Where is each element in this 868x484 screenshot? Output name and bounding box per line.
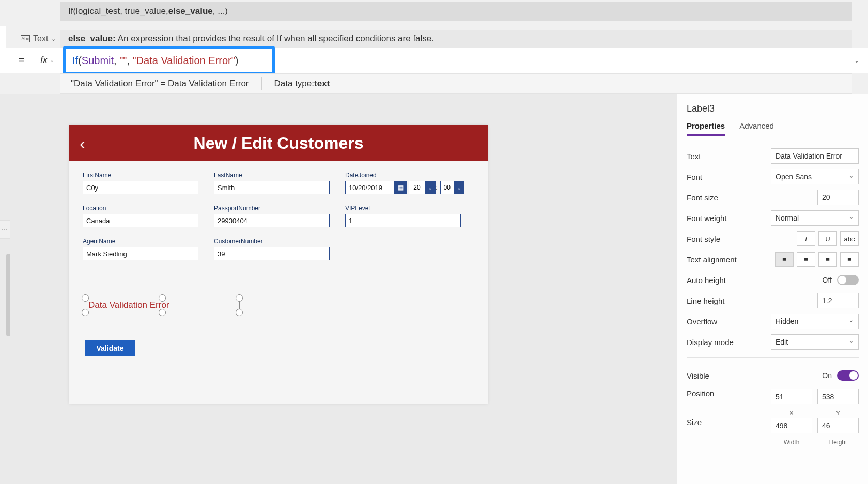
italic-button[interactable]: I — [797, 231, 815, 246]
prop-display-mode-select[interactable] — [771, 334, 859, 350]
size-label-width: Width — [771, 439, 812, 446]
field-label: PassportNumber — [214, 205, 330, 212]
chevron-down-icon: ⌄ — [50, 57, 54, 64]
resize-handle[interactable] — [82, 294, 89, 302]
datejoined-hour[interactable]: 20 — [409, 181, 425, 194]
prop-overflow-select[interactable] — [771, 314, 859, 329]
formula-keyword: If — [72, 55, 78, 66]
property-selector-label: Text — [33, 34, 48, 43]
agent-input[interactable] — [83, 247, 198, 260]
function-description-bar: else_value: An expression that provides … — [60, 30, 853, 48]
position-x-input[interactable] — [771, 389, 812, 404]
field-passport: PassportNumber — [214, 205, 330, 227]
field-label: AgentName — [83, 238, 198, 245]
tab-properties[interactable]: Properties — [687, 121, 725, 136]
prop-size: Size Width Height — [687, 415, 859, 444]
align-right-button[interactable]: ≡ — [818, 252, 837, 267]
left-dock-handle[interactable]: ⋯ — [0, 220, 10, 239]
app-header: ‹ New / Edit Customers — [69, 125, 488, 161]
fn-sig-suffix: , ...) — [213, 6, 228, 17]
lastname-input[interactable] — [214, 181, 330, 194]
prop-label: Text — [687, 152, 701, 161]
prop-label: Text alignment — [687, 255, 737, 264]
screen-title: New / Edit Customers — [69, 134, 488, 153]
prop-label: Position — [687, 389, 714, 398]
validation-error-label[interactable]: Data Validation Error — [85, 298, 240, 313]
axis-label-x: X — [771, 410, 812, 417]
prop-font-select[interactable] — [771, 169, 859, 184]
resize-handle[interactable] — [236, 309, 243, 316]
prop-font-size-input[interactable] — [817, 190, 859, 205]
strikethrough-button[interactable]: abc — [840, 231, 859, 246]
field-label: VIPLevel — [345, 205, 461, 212]
window-edge — [0, 26, 6, 50]
resize-handle[interactable] — [159, 309, 166, 316]
resize-handle[interactable] — [159, 294, 166, 302]
align-justify-button[interactable]: ≡ — [840, 252, 859, 267]
resize-handle[interactable] — [236, 294, 243, 302]
chevron-down-icon[interactable]: ⌄ — [425, 181, 435, 194]
formula-expand-button[interactable]: ⌄ — [845, 48, 868, 73]
field-datejoined: DateJoined ▦ 20 ⌄ : 00 ⌄ — [345, 171, 464, 194]
datejoined-date-input[interactable] — [345, 181, 395, 194]
scrollbar-thumb[interactable] — [6, 254, 10, 336]
prop-text-input[interactable] — [771, 148, 859, 164]
auto-height-toggle[interactable] — [837, 275, 859, 285]
fx-button[interactable]: fx⌄ — [32, 48, 63, 73]
app-canvas[interactable]: ‹ New / Edit Customers FirstName LastNam… — [69, 125, 488, 404]
field-agent: AgentName — [83, 238, 198, 260]
position-y-input[interactable] — [817, 389, 859, 404]
underline-button[interactable]: U — [818, 231, 837, 246]
divider — [261, 77, 262, 90]
time-separator: : — [436, 181, 438, 194]
back-icon[interactable]: ‹ — [80, 133, 85, 153]
calendar-icon[interactable]: ▦ — [395, 181, 407, 194]
prop-display-mode: Display mode — [687, 332, 859, 352]
prop-auto-height: Auto height Off — [687, 270, 859, 290]
formula-text[interactable]: If(Submit, "", "Data Validation Error") — [63, 54, 239, 67]
toggle-state-label: Off — [823, 276, 832, 284]
function-signature-bar: If(logical_test, true_value, else_value … — [60, 2, 853, 21]
chevron-down-icon[interactable]: ⌄ — [454, 181, 464, 194]
customernumber-input[interactable] — [214, 247, 330, 260]
formula-result-value: "Data Validation Error" = Data Validatio… — [71, 79, 249, 89]
fn-desc-text: An expression that provides the result o… — [118, 34, 434, 44]
validation-error-text: Data Validation Error — [88, 300, 169, 310]
data-type-label: Data type: — [274, 79, 315, 89]
formula-string: "Data Validation Error" — [133, 55, 235, 66]
equals-indicator: = — [11, 48, 32, 73]
visible-toggle[interactable] — [837, 370, 859, 381]
data-type-value: text — [314, 79, 330, 89]
workspace: › ⋯ ‹ New / Edit Customers FirstName Las… — [0, 94, 868, 484]
divider — [687, 357, 859, 358]
size-width-input[interactable] — [771, 418, 812, 433]
property-selector[interactable]: Abc Text ⌄ — [17, 30, 60, 48]
align-left-button[interactable]: ≡ — [775, 252, 794, 267]
properties-panel: Label3 Properties Advanced Text Font Fon… — [677, 94, 868, 484]
size-height-input[interactable] — [817, 418, 859, 433]
validate-button[interactable]: Validate — [85, 340, 135, 356]
prop-overflow: Overflow — [687, 311, 859, 332]
prop-line-height-input[interactable] — [817, 293, 859, 308]
passport-input[interactable] — [214, 214, 330, 227]
firstname-input[interactable] — [83, 181, 198, 194]
formula-identifier: Submit — [82, 55, 114, 66]
field-label: FirstName — [83, 171, 198, 179]
tab-advanced[interactable]: Advanced — [739, 121, 774, 136]
field-vip: VIPLevel — [345, 205, 461, 227]
prop-label: Display mode — [687, 338, 734, 347]
datejoined-minute[interactable]: 00 — [440, 181, 454, 194]
vip-input[interactable] — [345, 214, 461, 227]
field-location: Location — [83, 205, 198, 227]
fn-sig-prefix: If(logical_test, true_value, — [68, 6, 168, 17]
formula-bar[interactable]: If(Submit, "", "Data Validation Error") — [63, 48, 845, 73]
align-center-button[interactable]: ≡ — [797, 252, 815, 267]
prop-font-weight-select[interactable] — [771, 210, 859, 226]
prop-label: Auto height — [687, 276, 726, 285]
prop-label: Font — [687, 173, 702, 181]
prop-label: Font style — [687, 235, 720, 243]
toggle-state-label: On — [822, 371, 832, 380]
resize-handle[interactable] — [82, 309, 89, 316]
field-label: LastName — [214, 171, 330, 179]
location-input[interactable] — [83, 214, 198, 227]
